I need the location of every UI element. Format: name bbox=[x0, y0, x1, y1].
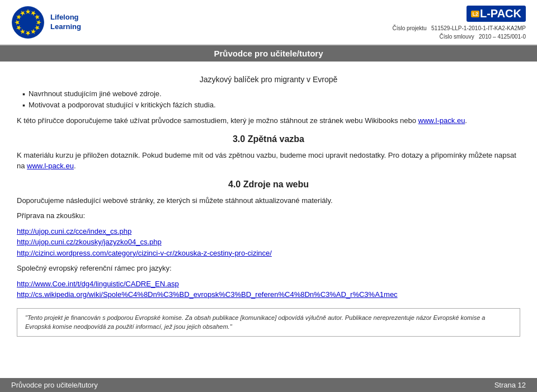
link-coe[interactable]: http://www.Coe.int/t/dg4/linguistic/CADR… bbox=[17, 280, 179, 288]
header: Lifelong Learning L2 L-PACK Číslo projek… bbox=[0, 0, 537, 45]
lifelong-line1: Lifelong bbox=[50, 13, 81, 22]
list-item: Motivovat a podporovat studující v kriti… bbox=[22, 101, 520, 110]
lifelong-line2: Learning bbox=[50, 22, 81, 32]
section-subtitle: Jazykový balíček pro migranty v Evropě bbox=[17, 75, 520, 84]
lifelong-learning-logo: Lifelong Learning bbox=[50, 13, 81, 32]
footer-left: Průvodce pro učitele/tutory bbox=[11, 381, 98, 389]
group1-links: http://ujop.cuni.cz/cce/index_cs.php htt… bbox=[17, 226, 520, 259]
group1-label: Příprava na zkoušku: bbox=[17, 210, 520, 221]
list-item: Navrhnout studujícím jiné webové zdroje. bbox=[22, 89, 520, 98]
logo-area: Lifelong Learning bbox=[11, 6, 81, 39]
section-4-intro: Doporučujeme následující webové stránky,… bbox=[17, 195, 520, 206]
cislo-projektu-label: Číslo projektu bbox=[393, 25, 427, 31]
lpack-badge: L2 L-PACK bbox=[467, 6, 526, 22]
paragraph-wikibooks: K této příručce doporučujeme také užívat… bbox=[17, 115, 520, 126]
link-zkousky[interactable]: http://ujop.cuni.cz/zkousky/jazyzko04_cs… bbox=[17, 238, 162, 246]
project-info: Číslo projektu 511529-LLP-1-2010-1-IT-KA… bbox=[393, 24, 526, 41]
eu-stars-icon bbox=[11, 6, 45, 39]
group2-links: http://www.Coe.int/t/dg4/linguistic/CADR… bbox=[17, 278, 520, 300]
cislo-projektu-value: 511529-LLP-1-2010-1-IT-KA2-KA2MP bbox=[431, 25, 526, 31]
link-cizinci[interactable]: http://cizinci.wordpress.com/category/ci… bbox=[17, 249, 272, 257]
main-content: Jazykový balíček pro migranty v Evropě N… bbox=[0, 62, 537, 348]
lpack-logo-area: L2 L-PACK Číslo projektu 511529-LLP-1-20… bbox=[393, 6, 526, 41]
section-3-para: K materiálu kurzu je přiložen dotazník. … bbox=[17, 150, 520, 172]
cislo-smlouvy-value: 2010 – 4125/001-0 bbox=[479, 34, 526, 40]
footer-right: Strana 12 bbox=[494, 381, 526, 389]
cislo-smlouvy-label: Číslo smlouvy bbox=[439, 34, 474, 40]
link-cce[interactable]: http://ujop.cuni.cz/cce/index_cs.php bbox=[17, 227, 131, 235]
footer: Průvodce pro učitele/tutory Strana 12 bbox=[0, 378, 537, 392]
group2-label: Společný evropský referenční rámec pro j… bbox=[17, 263, 520, 274]
lpack-sup: L2 bbox=[471, 11, 479, 17]
section-4-heading: 4.0 Zdroje na webu bbox=[17, 180, 520, 190]
bullet-list: Navrhnout studujícím jiné webové zdroje.… bbox=[22, 89, 520, 110]
link-wikipedia[interactable]: http://cs.wikipedia.org/wiki/Spole%C4%8D… bbox=[17, 290, 398, 299]
wikibooks-link[interactable]: www.l-pack.eu bbox=[418, 116, 465, 125]
title-bar: Průvodce pro učitele/tutory bbox=[0, 45, 537, 62]
footnote-box: "Tento projekt je financován s podporou … bbox=[17, 308, 520, 337]
title-text: Průvodce pro učitele/tutory bbox=[214, 49, 323, 58]
footnote-text: "Tento projekt je financován s podporou … bbox=[25, 314, 485, 330]
section-3-heading: 3.0 Zpětná vazba bbox=[17, 134, 520, 144]
lpack-label: L-PACK bbox=[480, 7, 521, 20]
lpack-link-section3[interactable]: www.l-pack.eu bbox=[27, 162, 74, 170]
